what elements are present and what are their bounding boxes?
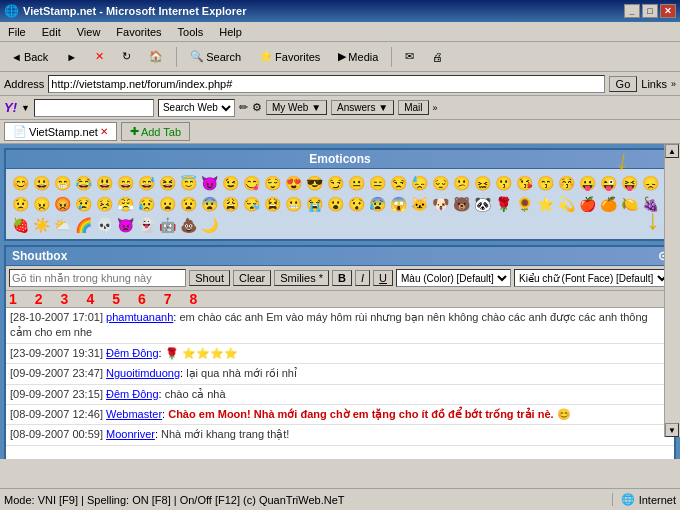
emoticon[interactable]: 🌙 [199, 215, 219, 235]
emoticon[interactable]: 😙 [535, 173, 555, 193]
emoticon[interactable]: 😓 [409, 173, 429, 193]
clear-button[interactable]: Clear [233, 270, 271, 286]
emoticon[interactable]: 😔 [430, 173, 450, 193]
add-tab-button[interactable]: ✚ Add Tab [121, 122, 190, 141]
menu-edit[interactable]: Edit [38, 25, 65, 39]
emoticon[interactable]: 😅 [136, 173, 156, 193]
shout-text-input[interactable] [9, 269, 186, 287]
menu-tools[interactable]: Tools [174, 25, 208, 39]
font-select[interactable]: Kiểu chữ (Font Face) [Default] [514, 269, 671, 287]
search-web-select[interactable]: Search Web [158, 99, 235, 117]
emoticon[interactable]: 😖 [472, 173, 492, 193]
emoticon[interactable]: 👿 [115, 215, 135, 235]
forward-button[interactable]: ► [59, 48, 84, 66]
underline-button[interactable]: U [373, 270, 393, 286]
yahoo-search-input[interactable] [37, 102, 127, 114]
emoticon[interactable]: 😰 [367, 194, 387, 214]
links-expand-icon[interactable]: » [671, 79, 676, 89]
emoticon[interactable]: 🐶 [430, 194, 450, 214]
shoutbox-messages[interactable]: [28-10-2007 17:01] phamtuananh: em chào … [6, 308, 674, 459]
search-settings-icon[interactable]: ⚙ [252, 101, 262, 114]
my-web-button[interactable]: My Web ▼ [266, 100, 327, 115]
emoticon[interactable]: 💫 [556, 194, 576, 214]
home-button[interactable]: 🏠 [142, 47, 170, 66]
emoticon[interactable]: 😡 [52, 194, 72, 214]
tab-vietstamp[interactable]: 📄 VietStamp.net ✕ [4, 122, 117, 141]
emoticon[interactable]: 😦 [157, 194, 177, 214]
mail-button[interactable]: ✉ [398, 47, 421, 66]
emoticon[interactable]: ⭐ [535, 194, 555, 214]
emoticon[interactable]: 😇 [178, 173, 198, 193]
emoticon[interactable]: 🌻 [514, 194, 534, 214]
emoticon[interactable]: 😮 [325, 194, 345, 214]
emoticon[interactable]: 😐 [346, 173, 366, 193]
emoticon[interactable]: 💀 [94, 215, 114, 235]
italic-button[interactable]: I [355, 270, 370, 286]
emoticon[interactable]: 😟 [10, 194, 30, 214]
yahoo-bar-expand[interactable]: » [433, 103, 438, 113]
mail-yahoo-button[interactable]: Mail [398, 100, 428, 115]
emoticon[interactable]: 🐻 [451, 194, 471, 214]
emoticon[interactable]: 😆 [157, 173, 177, 193]
emoticon[interactable]: 😊 [10, 173, 30, 193]
emoticon[interactable]: ☀️ [31, 215, 51, 235]
emoticon[interactable]: 😌 [262, 173, 282, 193]
emoticon[interactable]: 😏 [325, 173, 345, 193]
color-select[interactable]: Màu (Color) [Default] [396, 269, 511, 287]
emoticon[interactable]: 🤖 [157, 215, 177, 235]
minimize-button[interactable]: _ [624, 4, 640, 18]
emoticon[interactable]: 😑 [367, 173, 387, 193]
emoticon[interactable]: 😞 [640, 173, 660, 193]
scroll-up-arrow[interactable]: ▲ [665, 144, 679, 158]
emoticon[interactable]: 😠 [31, 194, 51, 214]
emoticon[interactable]: 😍 [283, 173, 303, 193]
emoticon[interactable]: 😉 [220, 173, 240, 193]
emoticon[interactable]: ⛅ [52, 215, 72, 235]
answers-button[interactable]: Answers ▼ [331, 100, 394, 115]
emoticon[interactable]: 😕 [451, 173, 471, 193]
go-button[interactable]: Go [609, 76, 638, 92]
refresh-button[interactable]: ↻ [115, 47, 138, 66]
menu-help[interactable]: Help [215, 25, 246, 39]
emoticon[interactable]: 😈 [199, 173, 219, 193]
emoticon[interactable]: 😚 [556, 173, 576, 193]
menu-file[interactable]: File [4, 25, 30, 39]
emoticon[interactable]: 😂 [73, 173, 93, 193]
emoticon[interactable]: 🌈 [73, 215, 93, 235]
emoticon[interactable]: 🍋 [619, 194, 639, 214]
window-controls[interactable]: _ □ ✕ [624, 4, 676, 18]
emoticon[interactable]: 🍓 [10, 215, 30, 235]
emoticon[interactable]: 🐼 [472, 194, 492, 214]
emoticon[interactable]: 😩 [220, 194, 240, 214]
emoticon[interactable]: 😨 [199, 194, 219, 214]
scroll-down-arrow[interactable]: ▼ [665, 423, 679, 437]
emoticon[interactable]: 😛 [577, 173, 597, 193]
emoticon[interactable]: 😯 [346, 194, 366, 214]
shout-button[interactable]: Shout [189, 270, 230, 286]
emoticon[interactable]: 😤 [115, 194, 135, 214]
emoticon[interactable]: 😧 [178, 194, 198, 214]
emoticon[interactable]: 😱 [388, 194, 408, 214]
emoticon[interactable]: 🍊 [598, 194, 618, 214]
emoticon[interactable]: 😒 [388, 173, 408, 193]
emoticon[interactable]: 😬 [283, 194, 303, 214]
menu-view[interactable]: View [73, 25, 105, 39]
emoticon[interactable]: 😜 [598, 173, 618, 193]
emoticon[interactable]: 😥 [136, 194, 156, 214]
emoticon[interactable]: 🐱 [409, 194, 429, 214]
emoticon[interactable]: 👻 [136, 215, 156, 235]
emoticon[interactable]: 🌹 [493, 194, 513, 214]
address-input[interactable] [48, 75, 604, 93]
emoticon[interactable]: 😪 [241, 194, 261, 214]
emoticon[interactable]: 😀 [31, 173, 51, 193]
outer-scrollbar[interactable]: ▲ ▼ [664, 144, 680, 437]
bold-button[interactable]: B [332, 270, 352, 286]
emoticon[interactable]: 😣 [94, 194, 114, 214]
smilies-button[interactable]: Smilies * [274, 270, 329, 286]
emoticon[interactable]: 😗 [493, 173, 513, 193]
search-toolbar-button[interactable]: 🔍 Search [183, 47, 248, 66]
emoticon[interactable]: 😃 [94, 173, 114, 193]
emoticon[interactable]: 😋 [241, 173, 261, 193]
emoticon[interactable]: 😘 [514, 173, 534, 193]
emoticon[interactable]: 😢 [73, 194, 93, 214]
